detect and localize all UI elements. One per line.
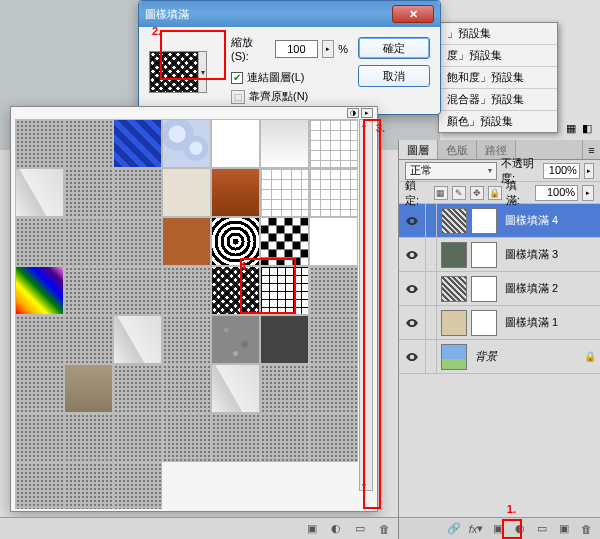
pattern-thumb[interactable] [113, 413, 162, 462]
lock-position-icon[interactable]: ✥ [470, 186, 484, 200]
visibility-toggle[interactable] [403, 316, 421, 330]
layer-row[interactable]: 圖樣填滿 2 [399, 272, 600, 306]
pattern-thumb[interactable] [162, 168, 211, 217]
layer-thumb[interactable] [441, 276, 467, 302]
lock-transparent-icon[interactable]: ▦ [434, 186, 448, 200]
fill-arrow[interactable]: ▸ [582, 185, 594, 201]
preset-item[interactable]: 混合器」預設集 [439, 89, 557, 111]
preset-item[interactable]: 」預設集 [439, 23, 557, 45]
snap-origin-icon[interactable]: ⬚ [231, 90, 245, 104]
layer-name[interactable]: 圖樣填滿 4 [505, 213, 558, 228]
layer-mask[interactable] [471, 276, 497, 302]
pattern-thumb[interactable] [64, 119, 113, 168]
lock-all-icon[interactable]: 🔒 [488, 186, 502, 200]
pattern-thumb[interactable] [113, 266, 162, 315]
pattern-thumb[interactable] [309, 364, 358, 413]
pattern-thumb[interactable] [15, 119, 64, 168]
layer-thumb[interactable] [441, 208, 467, 234]
pattern-thumb[interactable] [113, 462, 162, 509]
pattern-thumb[interactable] [15, 217, 64, 266]
pattern-thumb[interactable] [309, 119, 358, 168]
pattern-thumb[interactable] [15, 315, 64, 364]
visibility-toggle[interactable] [403, 282, 421, 296]
pattern-thumb[interactable] [113, 217, 162, 266]
pattern-thumb[interactable] [162, 266, 211, 315]
pattern-thumb[interactable] [15, 168, 64, 217]
pattern-thumb[interactable] [211, 119, 260, 168]
doc-footer-icon[interactable]: ▭ [352, 521, 368, 537]
trash-icon[interactable]: 🗑 [578, 521, 594, 537]
pattern-thumb[interactable] [64, 364, 113, 413]
layer-thumb[interactable] [441, 344, 467, 370]
fill-input[interactable]: 100% [535, 185, 579, 201]
doc-footer-icon[interactable]: ▣ [304, 521, 320, 537]
pattern-thumb[interactable] [162, 119, 211, 168]
layer-mask[interactable] [471, 310, 497, 336]
panel-icon[interactable]: ◧ [582, 122, 592, 135]
pattern-thumb[interactable] [15, 413, 64, 462]
pattern-thumb[interactable] [64, 217, 113, 266]
pattern-thumb[interactable] [309, 413, 358, 462]
pattern-thumb[interactable] [15, 462, 64, 509]
preset-item[interactable]: 度」預設集 [439, 45, 557, 67]
pattern-thumb[interactable] [309, 315, 358, 364]
pattern-thumb[interactable] [211, 168, 260, 217]
pattern-swatch[interactable] [149, 51, 207, 93]
new-layer-icon[interactable]: ▣ [556, 521, 572, 537]
visibility-toggle[interactable] [403, 214, 421, 228]
layer-mask[interactable] [471, 208, 497, 234]
ok-button[interactable]: 確定 [358, 37, 430, 59]
pattern-thumb[interactable] [211, 413, 260, 462]
layer-name[interactable]: 圖樣填滿 1 [505, 315, 558, 330]
link-layers-icon[interactable]: 🔗 [446, 521, 462, 537]
pattern-thumb[interactable] [260, 119, 309, 168]
pattern-thumb[interactable] [15, 266, 64, 315]
pattern-thumb[interactable] [113, 315, 162, 364]
layer-row[interactable]: 圖樣填滿 4 [399, 204, 600, 238]
preset-item[interactable]: 飽和度」預設集 [439, 67, 557, 89]
pattern-thumb[interactable] [260, 413, 309, 462]
pattern-thumb[interactable] [260, 364, 309, 413]
picker-new-icon[interactable]: ◑ [347, 108, 359, 118]
layer-row[interactable]: 圖樣填滿 3 [399, 238, 600, 272]
layer-name[interactable]: 圖樣填滿 3 [505, 247, 558, 262]
panel-icon[interactable]: ▦ [566, 122, 576, 135]
visibility-toggle[interactable] [403, 248, 421, 262]
link-layers-checkbox[interactable]: ✔ [231, 72, 243, 84]
pattern-thumb[interactable] [113, 119, 162, 168]
pattern-thumb[interactable] [64, 413, 113, 462]
doc-footer-icon[interactable]: ◐ [328, 521, 344, 537]
pattern-thumb[interactable] [113, 168, 162, 217]
pattern-thumb[interactable] [113, 364, 162, 413]
layer-mask[interactable] [471, 242, 497, 268]
visibility-toggle[interactable] [403, 350, 421, 364]
layer-row[interactable]: 背景 🔒 [399, 340, 600, 374]
pattern-thumb[interactable] [162, 364, 211, 413]
chevron-down-icon[interactable] [198, 52, 206, 92]
pattern-thumb[interactable] [211, 364, 260, 413]
scale-input[interactable]: 100 [275, 40, 319, 58]
pattern-thumb[interactable] [64, 266, 113, 315]
panel-menu-icon[interactable]: ≡ [582, 140, 600, 159]
doc-footer-icon[interactable]: 🗑 [376, 521, 392, 537]
pattern-thumb[interactable] [309, 266, 358, 315]
preset-menu[interactable]: 」預設集 度」預設集 飽和度」預設集 混合器」預設集 顏色」預設集 [438, 22, 558, 133]
pattern-thumb[interactable] [309, 168, 358, 217]
tab-channels[interactable]: 色版 [438, 140, 477, 159]
pattern-thumb[interactable] [15, 364, 64, 413]
pattern-thumb[interactable] [260, 168, 309, 217]
opacity-arrow[interactable]: ▸ [584, 163, 594, 179]
scale-spinner[interactable]: ▸ [322, 40, 334, 58]
preset-item[interactable]: 顏色」預設集 [439, 111, 557, 132]
picker-menu-icon[interactable]: ▸ [361, 108, 373, 118]
close-button[interactable]: ✕ [392, 5, 434, 23]
pattern-thumb[interactable] [309, 217, 358, 266]
fx-icon[interactable]: fx▾ [468, 521, 484, 537]
layer-thumb[interactable] [441, 242, 467, 268]
pattern-thumb[interactable] [162, 413, 211, 462]
pattern-thumb[interactable] [162, 315, 211, 364]
lock-pixels-icon[interactable]: ✎ [452, 186, 466, 200]
pattern-thumb[interactable] [64, 168, 113, 217]
cancel-button[interactable]: 取消 [358, 65, 430, 87]
opacity-input[interactable]: 100% [543, 163, 580, 179]
